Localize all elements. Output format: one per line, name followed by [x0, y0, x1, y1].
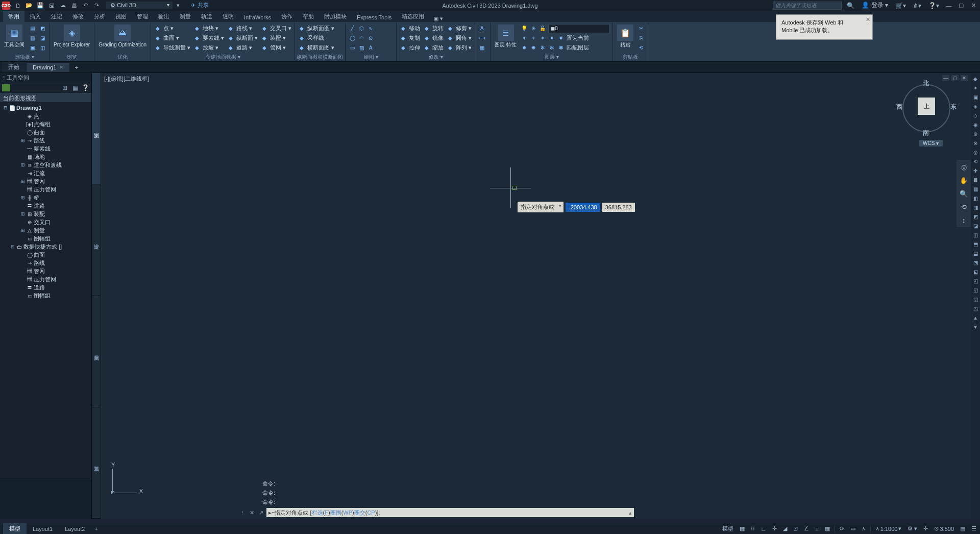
ribbon-tab[interactable]: 修改	[67, 11, 89, 22]
palette-tool-icon[interactable]: ◆	[972, 75, 979, 82]
share-button[interactable]: ✈ 共享	[191, 2, 209, 9]
tree-item[interactable]: ⊟🗀数据快捷方式 []	[0, 242, 91, 251]
palette-tool-icon[interactable]: ◫	[972, 231, 979, 238]
tree-item[interactable]: ⇥汇流	[0, 169, 91, 177]
nav-wheel-icon[interactable]: ◎	[959, 162, 969, 172]
palette-btn-5[interactable]: ◪	[38, 33, 47, 43]
status-polar-icon[interactable]: ✛	[771, 525, 778, 532]
palette-btn-3[interactable]: ▣	[28, 43, 37, 53]
tree-item[interactable]: 〓道路	[0, 283, 91, 292]
qat-redo-icon[interactable]: ↷	[92, 1, 101, 10]
dim-btn[interactable]: ⟷	[477, 33, 486, 43]
palette-tool-icon[interactable]: ✦	[972, 84, 979, 91]
palette-tool-icon[interactable]: ◨	[972, 204, 979, 211]
palette-tool-icon[interactable]: ⊕	[972, 130, 979, 137]
palette-tool-icon[interactable]: ⟲	[972, 158, 979, 165]
palette-btn-6[interactable]: ◫	[38, 43, 47, 53]
paste-button[interactable]: 📋粘贴	[615, 23, 635, 49]
ribbon-item[interactable]: ◆旋转	[422, 23, 445, 33]
viewport[interactable]: [-][俯视][二维线框] — ▢ ✕ 指定对角点或 -20034.438 36…	[101, 73, 980, 519]
qat-open-icon[interactable]: 📂	[24, 1, 34, 10]
layer-tools-row[interactable]: ✦✧✶✷✸ 置为当前	[520, 33, 610, 43]
ribbon-item[interactable]: ◆要素线 ▾	[192, 33, 225, 43]
dynamic-prompt[interactable]: 指定对角点或	[518, 202, 564, 212]
palette-tool-icon[interactable]: ⬔	[972, 259, 979, 266]
ribbon-tab[interactable]: 分析	[89, 11, 110, 22]
ribbon-item[interactable]: ◆圆角 ▾	[446, 33, 473, 43]
minimize-button[interactable]: —	[944, 2, 953, 9]
dynamic-x-input[interactable]: -20034.438	[566, 203, 600, 212]
tree-item[interactable]: ◈点	[0, 112, 91, 120]
status-trans-icon[interactable]: ▦	[823, 525, 831, 532]
close-icon[interactable]: ✕	[59, 64, 63, 70]
maximize-button[interactable]: ▢	[957, 2, 966, 9]
tree-item[interactable]: [◈]点编组	[0, 120, 91, 128]
palette-btn-4[interactable]: ◩	[38, 23, 47, 33]
palette-tool-icon[interactable]: ◈	[972, 103, 979, 110]
layer-match-row[interactable]: ✹✺✻✼✽ 匹配图层	[520, 43, 610, 53]
status-filter-icon[interactable]: ⋏	[860, 525, 867, 532]
ribbon-item[interactable]: ◆导线测量 ▾	[153, 43, 191, 53]
tree-item[interactable]: ⇢路线	[0, 259, 91, 267]
viewport-label[interactable]: [-][俯视][二维线框]	[104, 75, 149, 83]
tree-item[interactable]: ▭图幅组	[0, 292, 91, 300]
toolspace-side-tab[interactable]: 浏览	[92, 73, 101, 184]
status-scale[interactable]: ⋏ 1:1000 ▾	[874, 525, 903, 532]
project-explorer-button[interactable]: ◈Project Explorer	[52, 23, 92, 49]
toolspace-tree-icon[interactable]: ⊞	[61, 84, 69, 92]
cmdline-customize-icon[interactable]: ↗	[257, 509, 264, 516]
table-btn[interactable]: ▦	[477, 43, 486, 53]
palette-tool-icon[interactable]: ◲	[972, 296, 979, 303]
ribbon-item[interactable]: ◆道路 ▾	[226, 43, 259, 53]
viewcube-south[interactable]: 南	[923, 129, 929, 137]
tree-item[interactable]: ⊞≋道空和渡线	[0, 161, 91, 169]
viewcube[interactable]: 北 南 东 西 上 WCS ▾	[898, 80, 954, 136]
palette-tool-icon[interactable]: ▲	[972, 314, 979, 321]
ribbon-tab[interactable]: 视图	[110, 11, 132, 22]
cart-icon[interactable]: 🛒▾	[893, 2, 908, 9]
status-decimal[interactable]: ⊙ 3.500	[933, 525, 955, 532]
ribbon-tab[interactable]: 注记	[46, 11, 67, 22]
ribbon-item[interactable]: ◆装配 ▾	[260, 33, 292, 43]
palette-tool-icon[interactable]: ◉	[972, 121, 979, 128]
palette-tool-icon[interactable]: ⬒	[972, 240, 979, 248]
status-osnap-icon[interactable]: ⊡	[792, 525, 799, 532]
status-grid-icon[interactable]: ▦	[738, 525, 746, 532]
palette-tool-icon[interactable]: ✚	[972, 167, 979, 174]
tree-item[interactable]: ⊞⇢路线	[0, 136, 91, 144]
app-switcher-icon[interactable]: ⋔▾	[911, 2, 923, 9]
search-input[interactable]: 键入关键字或短语	[773, 2, 842, 10]
ribbon-tab[interactable]: 测量	[175, 11, 196, 22]
tree-item[interactable]: 〓道路	[0, 202, 91, 210]
palette-tool-icon[interactable]: ◩	[972, 213, 979, 220]
toolspace-grid-icon[interactable]: ▦	[71, 84, 79, 92]
palette-tool-icon[interactable]: ≣	[972, 176, 979, 183]
qat-undo-icon[interactable]: ↶	[81, 1, 90, 10]
ribbon-tab[interactable]: 透明	[217, 11, 239, 22]
match-btn[interactable]: ⟲	[636, 43, 646, 53]
status-otrack-icon[interactable]: ∠	[802, 525, 811, 532]
tree-item[interactable]: ⊟📄Drawing1	[0, 104, 91, 112]
status-snap-icon[interactable]: ⁝⁝	[749, 525, 756, 532]
cut-btn[interactable]: ✂	[636, 23, 646, 33]
status-cycle-icon[interactable]: ⟳	[838, 525, 846, 532]
ribbon-item[interactable]: ◆纵断面 ▾	[226, 33, 259, 43]
status-plus-icon[interactable]: ✛	[922, 525, 929, 532]
ribbon-item[interactable]: ◆缩放	[422, 43, 445, 53]
ribbon-more-icon[interactable]: ▣ ▾	[433, 15, 443, 22]
palette-tool-icon[interactable]: ▣	[972, 93, 979, 101]
ribbon-item[interactable]: ◆纵断面图 ▾	[297, 23, 335, 33]
ribbon-tab[interactable]: Express Tools	[352, 13, 397, 22]
tree-item[interactable]: ◯曲面	[0, 251, 91, 259]
ribbon-tab[interactable]: 帮助	[298, 11, 319, 22]
qat-save-icon[interactable]: 💾	[36, 1, 45, 10]
viewcube-east[interactable]: 东	[950, 103, 957, 111]
viewcube-top-face[interactable]: 上	[918, 98, 935, 115]
cmdline-expand-icon[interactable]: ▴	[629, 509, 632, 516]
close-button[interactable]: ✕	[969, 2, 978, 9]
palette-tool-icon[interactable]: ◱	[972, 286, 979, 294]
palette-tool-icon[interactable]: ◎	[972, 149, 979, 156]
tree-item[interactable]: 卌压力管网	[0, 275, 91, 283]
layout-tab-add[interactable]: +	[91, 525, 102, 533]
ribbon-tab[interactable]: 轨道	[196, 11, 217, 22]
